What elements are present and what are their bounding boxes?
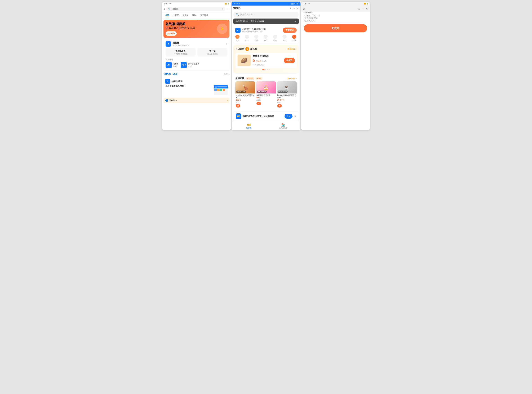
card-title-area: 券 消费券 天天享300万份特价券	[166, 41, 189, 47]
action-shake[interactable]: 摇一摇 摇出更多优惠	[198, 48, 228, 57]
add-to-home-button[interactable]: 添加	[285, 114, 292, 119]
product-orig-0: 327元	[236, 101, 255, 104]
p3-more-icon[interactable]: ···	[362, 7, 364, 10]
field-rules: 使用规则 *订单满1.00元可用 *最高优惠8.50元 *最高优惠1份	[304, 12, 367, 22]
official-label: 官方账号	[166, 58, 227, 61]
p2-search-bar[interactable]: 🔍 搜索品牌好券...	[233, 12, 298, 17]
product-orig-2: 44元	[277, 101, 296, 104]
app-item-coupon[interactable]: 券 消费券 小程序	[166, 62, 178, 68]
mcdonald-icon: M	[245, 47, 249, 51]
news-source: 支付宝消费券	[171, 80, 183, 83]
today-brand-label: 今日大牌	[235, 47, 244, 51]
search-bar[interactable]: 🔍 消费券 ×	[166, 7, 225, 11]
search-keyword: 消费券	[172, 7, 178, 10]
news-title: 什么？消费券免费领！	[165, 85, 213, 88]
brand-section: 今日大牌 M 麦当劳 查看商家 > 🥔 星星薯饼特价券 0 元特价 8.5元	[233, 45, 298, 73]
nav-merchant[interactable]: 🏪 消费券商家	[266, 123, 300, 130]
nav-merchant-label: 消费券商家	[279, 127, 287, 130]
day-2: 第2天	[245, 35, 249, 41]
group-more-button[interactable]: 更多惊喜 >	[287, 77, 297, 80]
menu-dots-icon[interactable]: ···	[293, 7, 295, 10]
product-item-0[interactable]: 🍗 随时退|7.0km 韩宫宴炭火烤肉253元套餐 253 元 327元 抢	[235, 81, 255, 108]
coupon-hint-bar[interactable]: 🔵 消费券 > ›	[163, 98, 229, 103]
back-button[interactable]: ‹	[164, 7, 165, 10]
tooltip-bar: 长按关闭可快速「回到支付宝首页」 ✕	[233, 19, 298, 24]
nav-coupon-icon: 🎫	[247, 123, 251, 127]
home-button[interactable]: ⌂	[303, 7, 305, 10]
card-name: 消费券	[172, 41, 189, 44]
grab-button-0[interactable]: 抢	[236, 104, 240, 108]
product-pricing-0: 253 元	[236, 99, 255, 101]
tab-miniapp[interactable]: 小程序	[171, 12, 181, 18]
product-name-2: Nowwa挪瓦咖啡26.57元套餐	[277, 94, 296, 99]
distance-badge-2: 随时退|6.3km	[278, 91, 288, 93]
grab-button-1[interactable]: 抢	[256, 102, 261, 105]
close-icon[interactable]: ✕	[297, 7, 299, 10]
coupon-hint-text: 消费券 >	[169, 99, 177, 102]
more-options-button[interactable]: ···	[227, 7, 229, 10]
tab-finance[interactable]: 理财	[191, 12, 198, 18]
app-name-1: 支付宝消费券	[188, 63, 199, 65]
tab-service[interactable]: 市民服务	[198, 12, 210, 18]
add-banner-close-button[interactable]: ✕	[294, 115, 296, 118]
brand-header: 今日大牌 M 麦当劳 查看商家 >	[235, 47, 297, 51]
checkin-desc: 连续签到7天,最高领3元消	[242, 27, 266, 31]
grab-button-2[interactable]: 抢	[277, 104, 282, 108]
use-coupon-button[interactable]: 去使用	[304, 24, 367, 32]
banner-icon: ¥	[217, 24, 227, 34]
field-rule-1: *订单满1.00元可用	[304, 14, 367, 17]
product-price-1: 99	[256, 96, 259, 99]
product-item-1[interactable]: 🎂 随时退|5.5km 幸福西饼99元套餐 99 元 198元 抢	[256, 81, 276, 108]
group-title: 超级团购	[235, 77, 244, 80]
time-3: 下午2:24	[303, 2, 310, 5]
day-4: 第4天	[264, 35, 268, 41]
signal-3: 📶	[364, 3, 366, 5]
day-label-3: 第3天	[254, 39, 258, 41]
search-clear-icon[interactable]: ×	[222, 8, 223, 10]
nav-merchant-icon: 🏪	[281, 123, 285, 127]
news-source-info: 支付宝消费券	[171, 80, 183, 83]
day-label-gift: 连签礼	[292, 39, 297, 41]
app-item-alipay[interactable]: 消费券 支付宝消费券 生活号	[181, 62, 199, 68]
day-circle-6	[282, 35, 287, 39]
checkin-info: ✓ 连续签到7天,最高领3元消 Hi,签到按钮移到这里了哦~	[235, 27, 266, 33]
section-more-link[interactable]: 全部 >	[224, 73, 229, 76]
product-name-0: 韩宫宴炭火烤肉253元套餐	[236, 94, 255, 99]
coupon-item: 🥔 星星薯饼特价券 0 元特价 8.5元 订单满1元可用 去领取	[235, 53, 297, 68]
action-signin[interactable]: 签到赢好礼 特价好券免费领取	[166, 48, 196, 57]
hd-badge: HD	[291, 3, 294, 5]
product-item-2[interactable]: ☕ 随时退|6.3km Nowwa挪瓦咖啡26.57元套餐 26.57 元 44…	[277, 81, 297, 108]
news-thumbnail	[214, 85, 228, 95]
distance-badge-0: 随时退|7.0km	[236, 91, 246, 93]
product-orig-1: 198元	[256, 99, 276, 101]
tab-all[interactable]: 全部	[163, 12, 171, 18]
banner-title: 签到赢消费券	[166, 22, 195, 26]
signal-icon-1: 📶	[225, 3, 227, 5]
action-name-0: 签到赢好礼	[167, 50, 194, 52]
checkin-button[interactable]: 立即签到	[283, 27, 297, 33]
p2-header-icons: ⠿ ··· ✕	[289, 7, 299, 10]
qr-icon[interactable]: ⠿	[289, 7, 291, 10]
checkin-sub: Hi,签到按钮移到这里了哦~	[242, 31, 266, 33]
app-info-coupon: 消费券 小程序	[173, 63, 178, 67]
see-more-brand-link[interactable]: 查看商家 >	[287, 48, 297, 50]
day-circle-gift: 🎁	[292, 35, 296, 39]
star-icon[interactable]: ☆	[358, 7, 360, 10]
card-header: 券 消费券 天天享300万份特价券 >	[166, 41, 227, 47]
checkin-card: ✓ 连续签到7天,最高领3元消 Hi,签到按钮移到这里了哦~ 立即签到 ✓ 今天…	[233, 26, 298, 44]
get-coupon-button[interactable]: 去领取	[284, 58, 295, 63]
product-info-1: 幸福西饼99元套餐 99 元 198元 抢	[256, 93, 276, 106]
news-card[interactable]: 支 支付宝消费券 什么？消费券免费领！	[163, 77, 229, 97]
banner-claim-button[interactable]: 点击领取	[166, 31, 177, 36]
p3-close-icon[interactable]: ✕	[366, 7, 368, 10]
coupon-main-card[interactable]: 券 消费券 天天享300万份特价券 > 签到赢好礼 特价好券免费领取 摇一摇	[163, 39, 229, 70]
tab-life[interactable]: 生活号	[181, 12, 191, 18]
day-label-1: 今天	[236, 39, 239, 41]
banner-subtitle: 还有300万份好券天天享	[166, 26, 195, 30]
nav-coupon[interactable]: 🎫 消费券	[232, 123, 266, 130]
checkin-text: 连续签到7天,最高领3元消 Hi,签到按钮移到这里了哦~	[242, 27, 266, 33]
tooltip-close-button[interactable]: ✕	[295, 20, 297, 23]
day-1: ✓ 今天	[235, 35, 240, 41]
coupon-price: 0	[253, 58, 255, 63]
news-text: 什么？消费券免费领！	[165, 85, 213, 95]
